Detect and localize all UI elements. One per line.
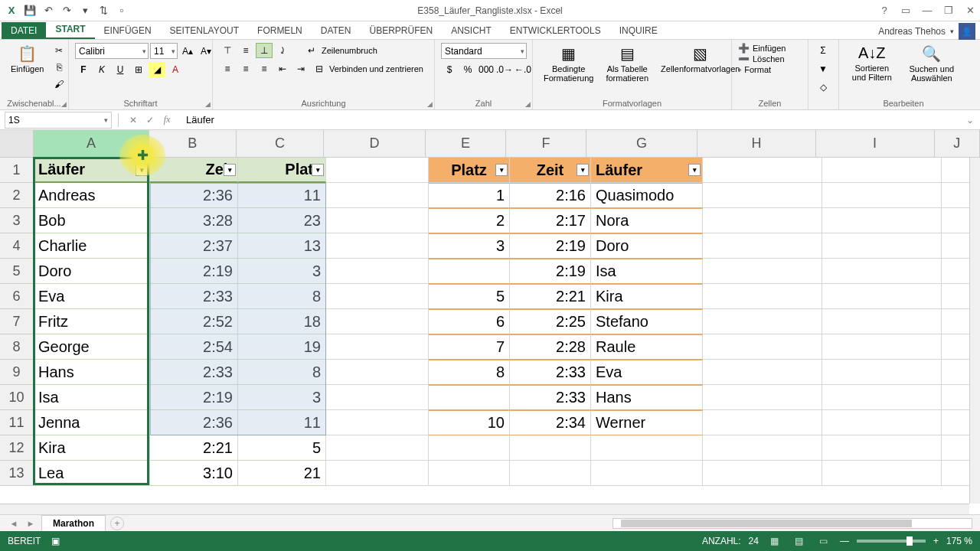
add-sheet-button[interactable]: + — [110, 517, 124, 530]
cell[interactable] — [429, 461, 510, 486]
cell[interactable] — [822, 284, 942, 309]
fill-color-icon[interactable]: ◢ — [149, 62, 165, 77]
cell[interactable] — [326, 410, 429, 435]
cell[interactable] — [510, 435, 591, 461]
cell[interactable] — [822, 385, 942, 410]
cell[interactable]: Stefano — [591, 309, 703, 334]
touch-mode-icon[interactable]: ⇅ — [96, 4, 110, 18]
align-right-icon[interactable]: ≡ — [256, 61, 273, 77]
cell[interactable]: 5 — [429, 284, 510, 309]
cell[interactable]: 2:19 — [150, 259, 238, 284]
cell[interactable]: George — [34, 334, 150, 360]
cell[interactable]: 2:28 — [510, 334, 591, 360]
cell[interactable]: 2:19 — [510, 259, 591, 284]
cell[interactable] — [703, 208, 822, 233]
sort-filter-button[interactable]: A↓ZSortieren und Filtern — [845, 43, 899, 83]
cell[interactable] — [326, 385, 429, 410]
cell[interactable] — [822, 360, 942, 385]
ribbon-tab-überprüfen[interactable]: ÜBERPRÜFEN — [361, 22, 443, 39]
cell[interactable]: 8 — [238, 360, 326, 385]
border-icon[interactable]: ⊞ — [130, 62, 147, 77]
cell[interactable]: 3 — [238, 259, 326, 284]
column-header[interactable]: H — [697, 130, 816, 158]
format-painter-icon[interactable]: 🖌 — [51, 77, 67, 92]
row-header[interactable]: 5 — [0, 259, 34, 284]
italic-button[interactable]: K — [93, 62, 110, 77]
cell[interactable]: 2:21 — [150, 435, 238, 461]
cell[interactable] — [326, 360, 429, 385]
cell[interactable]: 2:33 — [510, 385, 591, 410]
cell[interactable] — [822, 259, 942, 284]
cell[interactable] — [703, 360, 822, 385]
cell[interactable] — [591, 461, 703, 486]
cell[interactable] — [822, 309, 942, 334]
cell[interactable] — [429, 259, 510, 284]
sheet-tab[interactable]: Marathon — [41, 515, 106, 531]
cell[interactable]: 2:37 — [150, 233, 238, 259]
cell[interactable]: Doro — [34, 259, 150, 284]
filter-icon[interactable]: ▾ — [577, 164, 589, 176]
cell[interactable]: Jenna — [34, 410, 150, 435]
column-header[interactable]: A — [34, 130, 149, 158]
dialog-launcher-icon[interactable]: ◢ — [427, 100, 433, 108]
cell[interactable]: 2:36 — [150, 183, 238, 208]
font-name-combo[interactable]: Calibri — [75, 43, 149, 59]
row-header[interactable]: 4 — [0, 233, 34, 259]
cell[interactable] — [703, 385, 822, 410]
column-header[interactable]: D — [324, 130, 426, 158]
grid[interactable]: Läufer▾Zeit▾Platz▾Andreas2:3611Bob3:2823… — [34, 158, 969, 504]
scrollbar-horizontal[interactable] — [612, 518, 972, 529]
cell[interactable] — [822, 410, 942, 435]
filter-icon[interactable]: ▾ — [312, 164, 324, 176]
undo-icon[interactable]: ↶ — [41, 4, 55, 18]
sheet-next-icon[interactable]: ► — [24, 519, 37, 528]
cell[interactable]: 7 — [429, 334, 510, 360]
cell[interactable]: Raule — [591, 334, 703, 360]
cell[interactable]: Hans — [591, 385, 703, 410]
row-header[interactable]: 2 — [0, 183, 34, 208]
merge-icon[interactable]: ⊟ — [311, 61, 328, 77]
row-header[interactable]: 9 — [0, 360, 34, 385]
row-header[interactable]: 6 — [0, 284, 34, 309]
cell[interactable]: 3:10 — [150, 461, 238, 486]
cell[interactable] — [326, 233, 429, 259]
cell[interactable]: 2:16 — [510, 183, 591, 208]
filter-icon[interactable]: ▾ — [224, 164, 236, 176]
cell[interactable] — [703, 259, 822, 284]
maximize-icon[interactable]: ❐ — [942, 4, 956, 18]
macro-record-icon[interactable]: ▣ — [51, 536, 60, 546]
currency-icon[interactable]: $ — [441, 62, 458, 77]
ribbon-tab-seitenlayout[interactable]: SEITENLAYOUT — [161, 22, 248, 39]
row-header[interactable]: 1 — [0, 158, 34, 183]
column-header[interactable]: C — [237, 130, 324, 158]
cell[interactable]: Nora — [591, 208, 703, 233]
cell[interactable]: Andreas — [34, 183, 150, 208]
cell[interactable]: 21 — [238, 461, 326, 486]
formula-input[interactable]: Läufer — [180, 114, 960, 126]
cell[interactable]: Läufer▾ — [591, 158, 703, 183]
cell[interactable]: Zeit▾ — [510, 158, 591, 183]
cell[interactable] — [822, 435, 942, 461]
cell[interactable]: 2:17 — [510, 208, 591, 233]
cell[interactable]: 19 — [238, 334, 326, 360]
cell[interactable] — [591, 435, 703, 461]
cell[interactable] — [822, 334, 942, 360]
cell[interactable] — [822, 158, 942, 183]
orientation-icon[interactable]: ⤸ — [274, 43, 291, 58]
cell[interactable]: 2:52 — [150, 309, 238, 334]
cell[interactable]: 2:54 — [150, 334, 238, 360]
ribbon-tab-inquire[interactable]: INQUIRE — [610, 22, 667, 39]
scrollbar-vertical[interactable] — [969, 158, 980, 504]
redo-icon[interactable]: ↷ — [60, 4, 74, 18]
scrollbar-horizontal-sheet[interactable] — [0, 504, 969, 514]
cell[interactable]: Kira — [591, 284, 703, 309]
cell[interactable] — [703, 183, 822, 208]
find-select-button[interactable]: 🔍Suchen und Auswählen — [902, 43, 962, 84]
column-header[interactable]: J — [935, 130, 981, 158]
number-format-combo[interactable]: Standard — [441, 43, 527, 59]
cell[interactable] — [326, 183, 429, 208]
cell[interactable]: 1 — [429, 183, 510, 208]
ribbon-tab-formeln[interactable]: FORMELN — [248, 22, 312, 39]
cell[interactable]: 2:19 — [510, 233, 591, 259]
cell[interactable]: Doro — [591, 233, 703, 259]
